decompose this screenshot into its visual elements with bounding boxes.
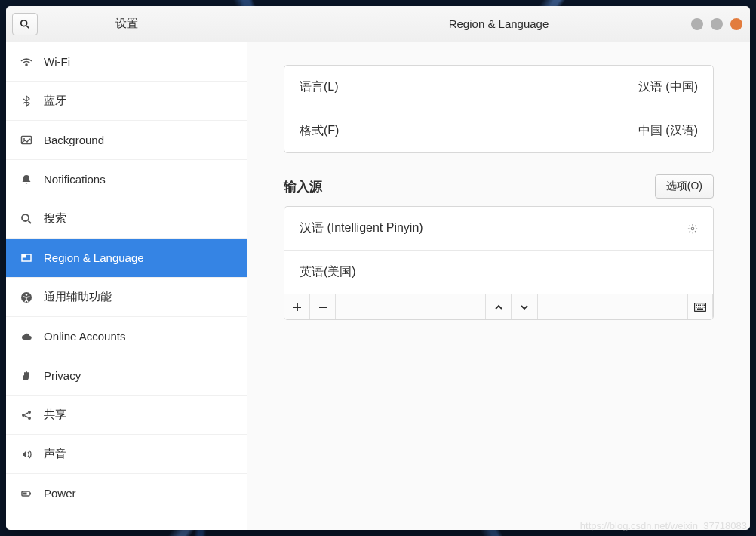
sidebar-item-label: 声音 xyxy=(44,447,66,461)
sidebar-item-label: Wi-Fi xyxy=(44,55,70,68)
language-row[interactable]: 语言(L) 汉语 (中国) xyxy=(284,66,713,109)
sidebar-item-privacy[interactable]: Privacy xyxy=(6,356,247,396)
input-sources-toolbar xyxy=(284,294,713,319)
svg-point-16 xyxy=(691,227,694,230)
sidebar-item-sharing[interactable]: 共享 xyxy=(6,396,247,435)
wifi-icon xyxy=(20,55,33,69)
sidebar-item-label: 通用辅助功能 xyxy=(44,290,112,304)
svg-line-1 xyxy=(26,26,29,28)
svg-point-12 xyxy=(28,417,31,420)
toolbar-spacer xyxy=(336,294,485,319)
svg-rect-23 xyxy=(696,307,698,308)
input-source-row[interactable]: 英语(美国) xyxy=(284,250,713,294)
sidebar-item-sound[interactable]: 声音 xyxy=(6,435,247,474)
content-pane: 语言(L) 汉语 (中国) 格式(F) 中国 (汉语) 输入源 选项(O) 汉语… xyxy=(247,42,750,530)
sidebar-item-search[interactable]: 搜索 xyxy=(6,199,247,239)
svg-rect-15 xyxy=(30,492,32,494)
minimize-button[interactable] xyxy=(691,18,703,30)
keyboard-icon xyxy=(694,303,706,312)
input-source-label: 汉语 (Intelligent Pinyin) xyxy=(300,220,423,236)
sidebar-item-label: 搜索 xyxy=(44,211,66,226)
search-button[interactable] xyxy=(12,13,38,35)
svg-rect-19 xyxy=(698,304,699,306)
sidebar-item-label: 蓝牙 xyxy=(44,94,66,108)
sidebar-item-label: Notifications xyxy=(44,173,106,186)
settings-window: 设置 Region & Language Wi-Fi xyxy=(6,6,750,530)
input-sources-title: 输入源 xyxy=(284,178,322,196)
sidebar-item-power[interactable]: Power xyxy=(6,474,247,513)
svg-rect-2 xyxy=(22,136,32,143)
sidebar-item-label: Online Accounts xyxy=(44,330,125,343)
sidebar-item-wifi[interactable]: Wi-Fi xyxy=(6,42,247,82)
svg-rect-20 xyxy=(700,304,702,306)
sidebar-title: 设置 xyxy=(38,17,241,31)
power-icon xyxy=(20,487,33,501)
minus-icon xyxy=(318,303,327,312)
svg-rect-22 xyxy=(704,304,705,306)
window-body: Wi-Fi 蓝牙 Background Notifications xyxy=(6,42,750,530)
sidebar-item-region-language[interactable]: Region & Language xyxy=(6,239,247,278)
toolbar-spacer xyxy=(538,294,687,319)
add-input-source-button[interactable] xyxy=(284,294,310,319)
sidebar-item-notifications[interactable]: Notifications xyxy=(6,160,247,199)
gear-icon xyxy=(687,223,698,234)
svg-point-0 xyxy=(21,20,27,26)
svg-rect-27 xyxy=(704,307,705,308)
input-sources-header: 输入源 选项(O) xyxy=(284,174,714,199)
sidebar-item-online-accounts[interactable]: Online Accounts xyxy=(6,317,247,356)
input-source-row[interactable]: 汉语 (Intelligent Pinyin) xyxy=(284,207,713,250)
format-row[interactable]: 格式(F) 中国 (汉语) xyxy=(284,109,713,152)
sidebar-item-accessibility[interactable]: 通用辅助功能 xyxy=(6,278,247,317)
titlebar-right: Region & Language xyxy=(247,6,750,42)
accessibility-icon xyxy=(20,291,33,304)
svg-rect-21 xyxy=(702,304,703,306)
svg-point-11 xyxy=(28,411,31,414)
sidebar-item-background[interactable]: Background xyxy=(6,121,247,160)
sidebar-item-label: Privacy xyxy=(44,369,81,382)
move-down-button[interactable] xyxy=(512,294,537,319)
bluetooth-icon xyxy=(20,94,33,108)
cloud-icon xyxy=(20,330,33,343)
move-up-button[interactable] xyxy=(486,294,512,319)
sidebar-item-bluetooth[interactable]: 蓝牙 xyxy=(6,82,247,121)
svg-rect-24 xyxy=(698,307,699,308)
chevron-down-icon xyxy=(520,303,529,312)
flag-icon xyxy=(20,251,33,265)
search-icon xyxy=(20,212,33,226)
language-value: 汉语 (中国) xyxy=(638,79,698,95)
svg-rect-28 xyxy=(697,308,703,310)
svg-point-4 xyxy=(22,214,29,221)
options-button[interactable]: 选项(O) xyxy=(655,174,714,199)
sound-icon xyxy=(20,448,33,461)
window-controls xyxy=(691,18,742,30)
background-icon xyxy=(20,134,33,147)
svg-point-10 xyxy=(22,414,25,417)
remove-input-source-button[interactable] xyxy=(310,294,336,319)
input-source-label: 英语(美国) xyxy=(300,264,356,280)
svg-rect-7 xyxy=(22,254,26,258)
move-group xyxy=(485,294,538,319)
sidebar: Wi-Fi 蓝牙 Background Notifications xyxy=(6,42,247,530)
page-title: Region & Language xyxy=(449,17,549,30)
chevron-up-icon xyxy=(494,303,503,312)
svg-point-3 xyxy=(23,138,25,140)
bell-icon xyxy=(20,173,33,186)
region-panel: 语言(L) 汉语 (中国) 格式(F) 中国 (汉语) xyxy=(284,65,714,153)
svg-rect-25 xyxy=(700,307,702,308)
svg-rect-26 xyxy=(702,307,703,308)
close-button[interactable] xyxy=(730,18,742,30)
show-keyboard-layout-button[interactable] xyxy=(687,294,713,319)
sidebar-item-label: Region & Language xyxy=(44,251,144,264)
hand-icon xyxy=(20,369,33,383)
maximize-button[interactable] xyxy=(711,18,723,30)
input-source-settings-button[interactable] xyxy=(687,223,698,234)
plus-icon xyxy=(293,303,302,312)
input-sources-panel: 汉语 (Intelligent Pinyin) 英语(美国) xyxy=(284,206,714,320)
titlebar-left: 设置 xyxy=(6,6,247,42)
sidebar-item-label: Power xyxy=(44,487,76,500)
search-icon xyxy=(20,19,30,29)
format-label: 格式(F) xyxy=(300,123,339,139)
sidebar-item-label: Background xyxy=(44,134,104,146)
share-icon xyxy=(20,408,33,422)
svg-point-9 xyxy=(26,294,28,296)
